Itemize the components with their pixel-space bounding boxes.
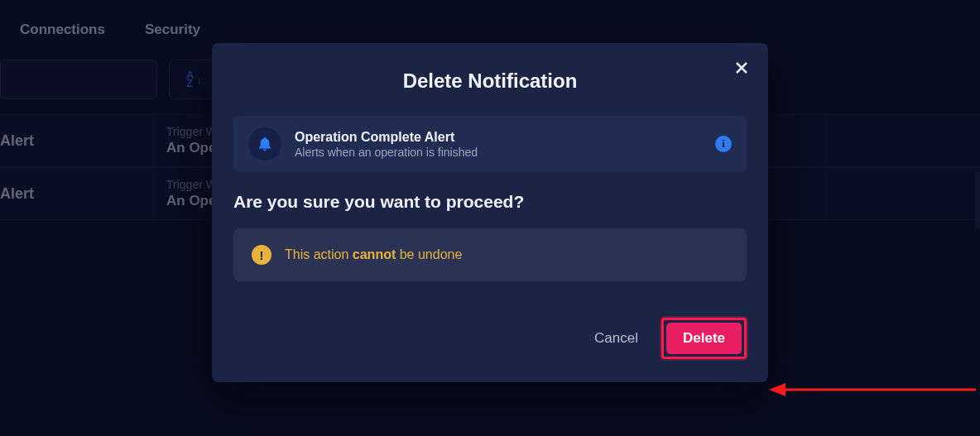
warning-banner: ! This action cannot be undone (233, 228, 747, 281)
delete-button-highlight: Delete (661, 318, 747, 359)
notification-name: Operation Complete Alert (295, 130, 702, 145)
delete-notification-modal: Delete Notification Operation Complete A… (212, 43, 768, 382)
modal-title: Delete Notification (233, 69, 747, 93)
modal-overlay: Delete Notification Operation Complete A… (0, 0, 980, 436)
notification-summary-card: Operation Complete Alert Alerts when an … (233, 116, 747, 172)
bell-icon (248, 127, 281, 161)
delete-button[interactable]: Delete (666, 323, 742, 354)
close-icon (735, 61, 748, 74)
warning-icon: ! (252, 245, 271, 265)
warning-text: This action cannot be undone (285, 247, 462, 262)
cancel-button[interactable]: Cancel (589, 323, 643, 353)
info-icon[interactable]: i (715, 136, 732, 152)
close-button[interactable] (730, 56, 753, 79)
notification-description: Alerts when an operation is finished (295, 146, 702, 159)
confirm-question: Are you sure you want to proceed? (233, 192, 747, 212)
modal-actions: Cancel Delete (233, 318, 747, 359)
